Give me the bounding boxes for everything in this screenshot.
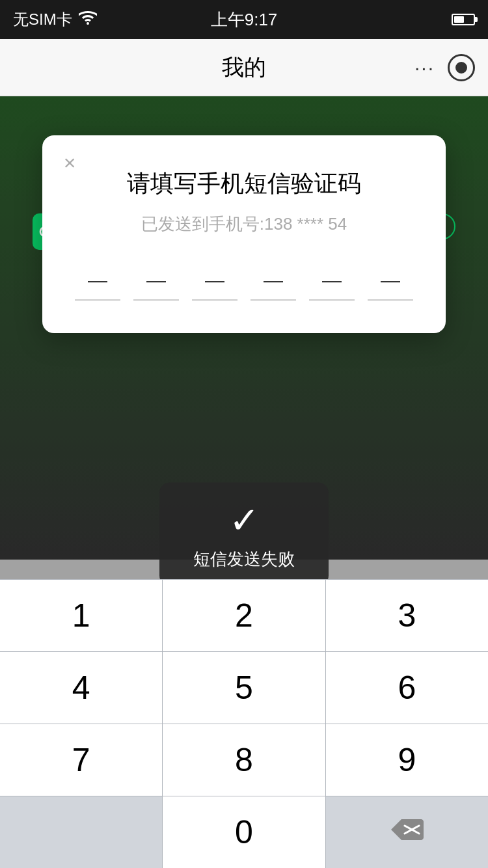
code-slot-2[interactable]: —: [133, 262, 179, 301]
key-2[interactable]: 2: [163, 580, 325, 651]
nav-bar: 我的 ···: [0, 39, 488, 96]
key-empty: [0, 796, 163, 868]
numeric-keypad[interactable]: 1 2 3 4 5 6 7 8 9 0: [0, 579, 488, 868]
key-4[interactable]: 4: [0, 652, 163, 724]
status-left: 无SIM卡: [13, 9, 97, 30]
battery-icon: [452, 14, 475, 25]
code-slot-1[interactable]: —: [75, 262, 120, 301]
nav-right-controls: ···: [414, 54, 475, 81]
modal-subtitle-suffix: ****: [297, 214, 323, 234]
key-0[interactable]: 0: [163, 796, 325, 868]
carrier-label: 无SIM卡: [13, 9, 72, 30]
keypad-row-3: 7 8 9: [0, 724, 488, 796]
key-delete[interactable]: [326, 796, 488, 868]
camera-icon: [455, 62, 467, 74]
delete-icon: [390, 818, 424, 847]
key-7[interactable]: 7: [0, 724, 163, 796]
modal-subtitle-text: 已发送到手机号:138: [141, 214, 293, 234]
keypad-row-1: 1 2 3: [0, 579, 488, 651]
toast-message: 短信发送失败: [193, 548, 295, 571]
wifi-icon: [79, 10, 97, 29]
keypad-row-4: 0: [0, 796, 488, 868]
toast-check-icon: ✓: [229, 502, 260, 539]
sms-verification-modal: × 请填写手机短信验证码 已发送到手机号:138 **** 54 — — — —…: [42, 135, 446, 333]
key-5[interactable]: 5: [163, 652, 325, 724]
status-time: 上午9:17: [211, 8, 278, 31]
modal-close-button[interactable]: ×: [55, 148, 84, 177]
code-slot-6[interactable]: —: [368, 262, 413, 301]
key-3[interactable]: 3: [326, 580, 488, 651]
code-slot-4[interactable]: —: [251, 262, 296, 301]
key-6[interactable]: 6: [326, 652, 488, 724]
status-bar: 无SIM卡 上午9:17: [0, 0, 488, 39]
keypad-row-2: 4 5 6: [0, 651, 488, 724]
code-slot-3[interactable]: —: [192, 262, 237, 301]
code-input-slots[interactable]: — — — — — —: [68, 262, 420, 301]
modal-subtitle-end: 54: [328, 214, 347, 234]
key-8[interactable]: 8: [163, 724, 325, 796]
toast-notification: ✓ 短信发送失败: [159, 483, 329, 586]
status-right: [452, 14, 475, 25]
modal-title: 请填写手机短信验证码: [68, 168, 420, 200]
nav-title: 我的: [222, 53, 266, 83]
modal-subtitle: 已发送到手机号:138 **** 54: [68, 213, 420, 236]
more-options-button[interactable]: ···: [414, 57, 435, 79]
camera-button[interactable]: [448, 54, 475, 81]
code-slot-5[interactable]: —: [309, 262, 355, 301]
key-1[interactable]: 1: [0, 580, 163, 651]
key-9[interactable]: 9: [326, 724, 488, 796]
